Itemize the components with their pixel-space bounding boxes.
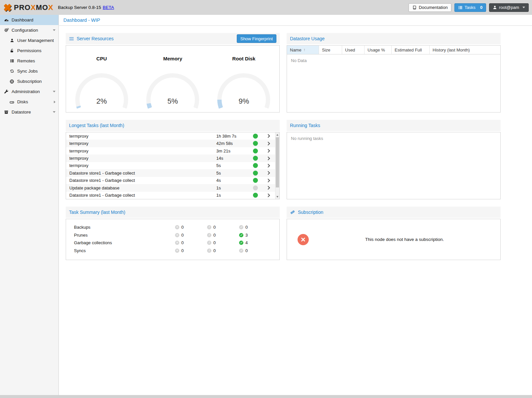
summary-label: Syncs xyxy=(66,248,175,253)
task-row[interactable]: termproxy5s xyxy=(66,162,275,169)
task-status-icon xyxy=(253,149,258,153)
refresh-icon xyxy=(9,69,15,73)
panel-title: Longest Tasks (last Month) xyxy=(69,123,124,128)
chevron-down-icon[interactable] xyxy=(53,91,55,92)
chevron-right-icon[interactable] xyxy=(266,164,270,167)
bars-icon xyxy=(69,36,74,41)
chevron-right-icon[interactable] xyxy=(266,186,270,190)
task-row[interactable]: termproxy1h 38m 7s xyxy=(66,132,275,140)
task-status-icon xyxy=(253,156,258,161)
th-list-icon xyxy=(9,59,15,63)
chevron-right-icon[interactable] xyxy=(266,193,270,197)
task-row[interactable]: Datastore store1 - Garbage collect1s xyxy=(66,192,275,199)
table-header: Name↑ Size Used Usage % Estimated Full H… xyxy=(287,46,500,54)
column-header-estimated-full[interactable]: Estimated Full xyxy=(392,46,430,54)
root-disk-gauge: Root Disk 9% xyxy=(208,46,279,112)
task-name: Datastore store1 - Garbage collect xyxy=(66,178,216,183)
show-fingerprint-button[interactable]: Show Fingerprint xyxy=(237,34,276,43)
ok-count: 4 xyxy=(245,240,248,245)
panel-title: Server Resources xyxy=(77,36,114,41)
longest-tasks-panel: Longest Tasks (last Month) termproxy1h 3… xyxy=(66,120,280,199)
tasks-button[interactable]: Tasks 0 xyxy=(454,3,486,12)
sidebar-item-remotes[interactable]: Remotes xyxy=(0,56,58,66)
task-name: Datastore store1 - Garbage collect xyxy=(66,193,216,198)
chevron-right-icon[interactable] xyxy=(266,142,270,145)
panel-title: Running Tasks xyxy=(290,123,320,128)
task-name: termproxy xyxy=(66,163,216,168)
sidebar-item-sync-jobs[interactable]: Sync Jobs xyxy=(0,66,58,76)
panel-title: Datastore Usage xyxy=(290,36,325,41)
chevron-down-icon[interactable] xyxy=(53,111,55,113)
documentation-button[interactable]: Documentation xyxy=(408,3,451,12)
no-subscription-icon: × xyxy=(298,234,309,245)
gauge-value: 9% xyxy=(217,97,270,106)
sidebar-item-administration[interactable]: Administration xyxy=(0,86,58,97)
ok-count: 0 xyxy=(245,225,248,230)
unlock-icon xyxy=(9,49,15,53)
main-area: Dashboard - WIP Server Resources Show Fi… xyxy=(59,15,532,395)
beta-link[interactable]: BETA xyxy=(103,5,114,10)
sidebar-item-subscription[interactable]: Subscription xyxy=(0,76,58,86)
user-menu-button[interactable]: root@pam xyxy=(489,3,529,12)
sidebar-item-datastore[interactable]: Datastore xyxy=(0,107,58,117)
sidebar-item-label: User Management xyxy=(17,38,54,43)
sidebar-item-user-management[interactable]: User Management xyxy=(0,35,58,46)
task-duration: 5s xyxy=(216,163,249,168)
task-duration: 14s xyxy=(216,156,249,161)
sidebar-item-label: Permissions xyxy=(17,48,42,53)
proxmox-logo-icon xyxy=(3,3,13,13)
longest-tasks-list: termproxy1h 38m 7s termproxy42m 58s term… xyxy=(66,132,279,199)
chevron-right-icon[interactable] xyxy=(266,171,270,175)
task-duration: 3m 21s xyxy=(216,149,249,153)
warning-count: 0 xyxy=(213,240,216,245)
error-count: 0 xyxy=(181,225,184,230)
column-header-size[interactable]: Size xyxy=(319,46,342,54)
task-duration: 4s xyxy=(216,178,249,183)
scroll-down-arrow[interactable] xyxy=(275,194,279,199)
product-subtitle: Backup Server 0.8-15BETA xyxy=(58,5,114,10)
chevron-right-icon[interactable] xyxy=(54,101,55,103)
warning-count: 0 xyxy=(213,233,216,238)
chevron-right-icon[interactable] xyxy=(266,149,270,152)
sidebar-item-dashboard[interactable]: Dashboard xyxy=(0,15,58,25)
task-row[interactable]: Datastore store1 - Garbage collect5s xyxy=(66,169,275,177)
support-icon xyxy=(9,79,15,84)
subscription-panel: Subscription × This node does not have a… xyxy=(287,207,501,260)
caret-down-icon xyxy=(522,7,525,8)
chevron-right-icon[interactable] xyxy=(266,134,270,138)
sidebar-item-label: Datastore xyxy=(12,110,31,115)
sidebar-item-configuration[interactable]: Configuration xyxy=(0,25,58,35)
error-circle-icon: × xyxy=(175,225,179,229)
task-row[interactable]: Datastore store1 - Garbage collect4s xyxy=(66,177,275,184)
sidebar-item-label: Remotes xyxy=(17,58,35,63)
user-icon xyxy=(493,5,497,10)
column-header-usage[interactable]: Usage % xyxy=(365,46,392,54)
sidebar-item-permissions[interactable]: Permissions xyxy=(0,46,58,56)
sort-ascending-icon: ↑ xyxy=(303,48,305,52)
summary-label: Prunes xyxy=(66,233,175,238)
scrollbar-thumb[interactable] xyxy=(276,137,279,187)
summary-row: Backups ×0 !0 ✓0 xyxy=(66,223,279,231)
task-row[interactable]: termproxy42m 58s xyxy=(66,140,275,147)
task-row[interactable]: termproxy14s xyxy=(66,154,275,162)
sidebar: Dashboard Configuration User Management … xyxy=(0,15,59,395)
chevron-right-icon[interactable] xyxy=(266,156,270,160)
column-header-name[interactable]: Name↑ xyxy=(287,46,319,54)
task-row[interactable]: Update package database1s xyxy=(66,184,275,191)
chevron-down-icon[interactable] xyxy=(53,29,55,31)
gauge-label: Root Disk xyxy=(208,56,279,61)
no-data-text: No Data xyxy=(287,54,500,67)
sidebar-item-disks[interactable]: Disks xyxy=(0,97,58,107)
column-header-used[interactable]: Used xyxy=(342,46,365,54)
panel-title: Task Summary (last Month) xyxy=(69,210,125,215)
summary-row: Prunes ×0 !0 ✓3 xyxy=(66,231,279,239)
scroll-up-arrow[interactable] xyxy=(275,132,279,137)
ok-circle-icon: ✓ xyxy=(239,233,243,237)
scrollbar[interactable] xyxy=(275,132,279,199)
task-row[interactable]: termproxy3m 21s xyxy=(66,147,275,154)
page-titlebar: Dashboard - WIP xyxy=(59,15,532,26)
column-header-history[interactable]: History (last Month) xyxy=(430,46,500,54)
sidebar-item-label: Sync Jobs xyxy=(17,69,38,74)
task-name: termproxy xyxy=(66,141,216,146)
chevron-right-icon[interactable] xyxy=(266,179,270,182)
